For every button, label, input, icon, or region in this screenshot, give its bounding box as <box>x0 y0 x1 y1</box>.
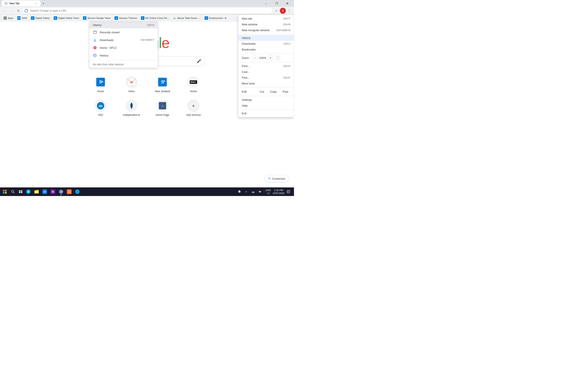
minimize-button[interactable]: ─ <box>261 0 271 7</box>
address-input[interactable] <box>22 8 272 14</box>
taskbar-notifications-icon[interactable] <box>236 189 242 195</box>
shortcut-homepage[interactable]: ⌂ Home Page <box>150 98 175 118</box>
bookmark-1840[interactable]: 1840 1840 <box>16 16 29 20</box>
zoom-fullscreen-button[interactable]: ⛶ <box>276 55 281 60</box>
shortcut-add-icon: + <box>188 100 200 112</box>
shortcut-inbox[interactable]: M Inbox <box>119 74 144 94</box>
taskbar-expand-icon[interactable] <box>243 189 249 195</box>
maximize-button[interactable]: ❐ <box>272 0 282 7</box>
zoom-minus-button[interactable]: − <box>252 55 258 60</box>
edit-label: Edit <box>242 90 246 93</box>
svg-rect-8 <box>6 18 7 18</box>
history-item[interactable]: History <box>90 52 158 59</box>
taskbar-clock[interactable]: 2:23 PM 23/07/2020 <box>273 189 284 195</box>
bookmark-apps[interactable]: Apps <box>2 16 15 20</box>
new-tab-menu-item[interactable]: New tab Ctrl+T <box>238 16 294 22</box>
bookmark-abuse-label: Abuse Take Down -... <box>177 17 201 19</box>
svg-text:⌂: ⌂ <box>162 104 164 108</box>
profile-button[interactable]: A <box>280 8 286 14</box>
taskview-button[interactable] <box>17 188 24 195</box>
volume-icon[interactable] <box>257 189 263 195</box>
find-menu-item[interactable]: Find... Ctrl+F <box>238 75 294 80</box>
edit-row: Edit Cut Copy Past <box>238 88 294 95</box>
recently-closed-item[interactable]: Recently closed <box>90 28 158 36</box>
new-window-menu-item[interactable]: New window Ctrl+N <box>238 22 294 27</box>
more-tools-menu-item[interactable]: More tools <box>238 80 294 86</box>
taskbar-outlook[interactable]: O <box>41 188 48 196</box>
incognito-label: New incognito window <box>242 28 270 32</box>
customize-button[interactable]: ✎ Customize <box>264 175 289 182</box>
shortcut-add[interactable]: + Add shortcut <box>180 98 206 118</box>
title-bar: New Tab × + ─ ❐ ✕ <box>0 0 294 7</box>
cast-menu-item[interactable]: Cast... <box>238 69 294 75</box>
help-menu-item[interactable]: Help <box>238 103 294 108</box>
start-button[interactable] <box>1 188 8 196</box>
language-indicator[interactable]: ENG US <box>265 188 272 195</box>
shortcut-bbc[interactable]: BBC Home <box>180 74 206 94</box>
shortcut-nz[interactable]: S ▶ New Zealand <box>150 74 175 94</box>
close-button[interactable]: ✕ <box>282 0 292 7</box>
shortcut-anz-icon: ✦ <box>94 100 106 112</box>
bookmark-ds-icon: S <box>31 16 34 20</box>
bookmark-employment[interactable]: S Employment - A <box>203 16 228 20</box>
downloads-item[interactable]: Downloads Ctrl+Shift+T <box>90 36 158 44</box>
zoom-plus-button[interactable]: + <box>268 55 273 60</box>
menu-button[interactable]: ⋮ <box>286 8 292 14</box>
browser-tab[interactable]: New Tab × <box>2 0 40 6</box>
print-menu-item[interactable]: Print... Ctrl+P <box>238 63 294 69</box>
history-menu-item[interactable]: History <box>238 35 294 41</box>
bookmark-digital-safety-team[interactable]: S Digital Safety Team <box>52 16 81 20</box>
svg-rect-43 <box>21 192 22 193</box>
history-menu-label: History <box>242 36 250 40</box>
more-tools-label: More tools <box>242 82 255 85</box>
copy-button[interactable]: Copy <box>268 89 279 94</box>
taskbar-notifications-panel-icon[interactable] <box>286 189 292 195</box>
exit-menu-item[interactable]: Exit <box>238 110 294 116</box>
bookmark-apps-label: Apps <box>8 17 13 19</box>
settings-menu-item[interactable]: Settings <box>238 97 294 103</box>
bookmark-digital-safety[interactable]: S Digital Safety <box>29 16 52 20</box>
history-icon <box>93 53 97 58</box>
shortcut-add-label: Add shortcut <box>186 114 200 116</box>
taskbar-file-explorer[interactable] <box>33 188 40 196</box>
microphone-icon[interactable]: 🎤 <box>197 59 201 64</box>
svg-rect-42 <box>19 192 20 193</box>
network-icon[interactable] <box>250 189 256 195</box>
bookmark-abuse-icon <box>173 16 176 20</box>
taskbar-paint[interactable]: 🎨 <box>65 188 73 196</box>
taskbar-onenote[interactable]: N <box>49 188 57 196</box>
paste-button[interactable]: Past <box>280 89 290 94</box>
back-button[interactable]: ← <box>2 8 8 14</box>
window-controls: ─ ❐ ✕ <box>261 0 292 7</box>
svg-rect-5 <box>6 16 7 18</box>
taskbar-skype[interactable]: S <box>24 188 32 196</box>
bookmarks-menu-item[interactable]: Bookmarks <box>238 47 294 52</box>
reload-button[interactable]: ↻ <box>16 8 22 14</box>
bookmark-nz-online[interactable]: S NZ Online Crisis Re... <box>139 16 171 20</box>
shortcut-home[interactable]: S ▶ Home <box>88 74 114 94</box>
bookmark-abuse[interactable]: Abuse Take Down -... <box>171 16 202 20</box>
new-tab-button[interactable]: + <box>40 0 46 6</box>
shortcut-independent[interactable]: Independent.ie <box>119 98 144 118</box>
taskbar-search-button[interactable] <box>9 189 17 195</box>
incognito-menu-item[interactable]: New incognito window Ctrl+Shift+N <box>238 27 294 33</box>
tab-close-button[interactable]: × <box>34 2 38 5</box>
svg-rect-59 <box>287 190 290 193</box>
home-oflc-item[interactable]: H Home : OFLC <box>90 44 158 52</box>
bookmark-hamaru[interactable]: S Hamaru Tuihono <box>113 16 139 20</box>
shortcut-anz[interactable]: ✦ ANZ <box>88 98 114 118</box>
downloads-menu-item[interactable]: Downloads Ctrl+J <box>238 41 294 47</box>
svg-text:▶: ▶ <box>102 80 104 82</box>
zoom-label: Zoom <box>242 56 249 60</box>
cut-button[interactable]: Cut <box>258 89 266 94</box>
taskbar-divider <box>264 190 264 194</box>
shortcut-independent-label: Independent.ie <box>123 114 140 116</box>
taskbar-chrome[interactable] <box>57 188 65 196</box>
taskbar-unknown[interactable] <box>74 188 81 196</box>
bookmark-service-design[interactable]: S Service Design Team <box>81 16 112 20</box>
forward-button[interactable]: → <box>8 8 14 14</box>
bookmark-button[interactable]: ☆ <box>273 8 280 14</box>
bookmark-1840-label: 1840 <box>22 17 27 19</box>
shortcut-home-icon: S ▶ <box>94 76 106 88</box>
svg-text:S: S <box>161 80 164 84</box>
